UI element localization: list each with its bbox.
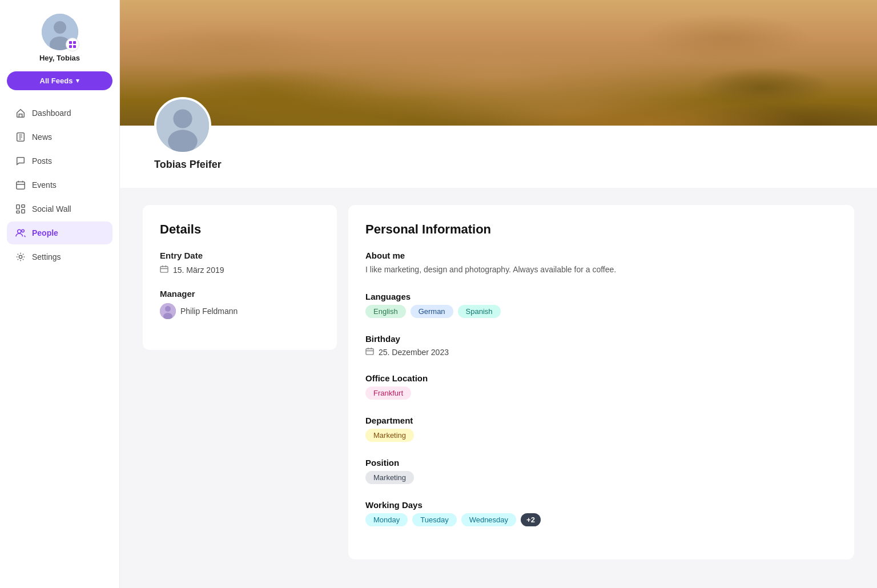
department-label: Department — [365, 416, 837, 425]
svg-point-15 — [19, 255, 22, 258]
all-feeds-button[interactable]: All Feeds ▾ — [7, 71, 112, 90]
nav-list: Dashboard News Posts — [7, 102, 112, 268]
entry-date-label: Entry Date — [160, 251, 320, 260]
svg-rect-9 — [17, 205, 19, 209]
profile-name: Tobias Pfeifer — [154, 159, 222, 171]
entry-date-group: Entry Date 15. März 2019 — [160, 251, 320, 275]
sidebar-item-social-wall-label: Social Wall — [32, 204, 71, 214]
gear-icon — [15, 251, 26, 263]
svg-rect-10 — [22, 205, 25, 208]
grid-badge-icon — [66, 38, 79, 51]
svg-point-17 — [173, 109, 192, 128]
department-group: Department Marketing — [365, 416, 837, 442]
position-tag-marketing: Marketing — [365, 471, 414, 484]
sidebar-item-settings[interactable]: Settings — [7, 245, 112, 268]
sidebar-item-news[interactable]: News — [7, 126, 112, 148]
calendar-icon — [15, 179, 26, 191]
birthday-calendar-icon — [365, 347, 374, 357]
personal-info-panel: Personal Information About me I like mar… — [348, 205, 854, 559]
personal-info-title: Personal Information — [365, 222, 837, 237]
details-section-title: Details — [160, 222, 320, 237]
svg-rect-5 — [69, 45, 72, 48]
svg-point-18 — [168, 130, 198, 152]
profile-avatar-large — [154, 97, 211, 154]
department-tag-marketing: Marketing — [365, 429, 414, 442]
office-location-group: Office Location Frankfurt — [365, 373, 837, 400]
working-day-monday: Monday — [365, 513, 408, 526]
details-panel: Details Entry Date 15. März 2019 Manager — [143, 205, 337, 350]
all-feeds-label: All Feeds — [40, 76, 73, 85]
entry-date-value: 15. März 2019 — [160, 265, 320, 275]
sidebar-item-posts-label: Posts — [32, 156, 52, 166]
working-days-more: +2 — [521, 513, 541, 526]
profile-section: Tobias Pfeifer — [120, 126, 877, 188]
birthday-date: 25. Dezember 2023 — [379, 348, 449, 357]
office-tag-frankfurt: Frankfurt — [365, 386, 411, 400]
sidebar-item-news-label: News — [32, 132, 52, 142]
sidebar-item-people[interactable]: People — [7, 221, 112, 244]
svg-rect-23 — [366, 349, 373, 355]
office-tags: Frankfurt — [365, 386, 837, 400]
svg-point-21 — [165, 306, 171, 312]
svg-rect-6 — [73, 45, 76, 48]
manager-group: Manager Philip Feldmann — [160, 289, 320, 319]
manager-label: Manager — [160, 289, 320, 299]
sidebar-avatar-wrap — [42, 14, 78, 50]
manager-name: Philip Feldmann — [180, 307, 238, 316]
department-tags: Marketing — [365, 429, 837, 442]
birthday-value: 25. Dezember 2023 — [365, 347, 837, 357]
main-content: Tobias Pfeifer Details Entry Date 15. Mä… — [120, 0, 877, 588]
content-area: Details Entry Date 15. März 2019 Manager — [120, 188, 877, 577]
language-tag-english: English — [365, 305, 406, 318]
banner-desert-image — [120, 0, 877, 126]
birthday-label: Birthday — [365, 334, 837, 344]
languages-tags: English German Spanish — [365, 305, 837, 318]
svg-rect-8 — [17, 182, 25, 190]
manager-value: Philip Feldmann — [160, 303, 320, 319]
profile-banner — [120, 0, 877, 126]
about-me-label: About me — [365, 251, 837, 260]
layout-icon — [15, 203, 26, 215]
office-location-label: Office Location — [365, 373, 837, 383]
about-me-text: I like marketing, design and photography… — [365, 264, 837, 276]
languages-label: Languages — [365, 292, 837, 301]
working-days-label: Working Days — [365, 500, 837, 510]
svg-rect-12 — [17, 211, 19, 214]
sidebar-item-settings-label: Settings — [32, 252, 61, 261]
language-tag-german: German — [411, 305, 453, 318]
svg-point-13 — [18, 229, 21, 233]
calendar-small-icon — [160, 265, 168, 275]
about-me-group: About me I like marketing, design and ph… — [365, 251, 837, 276]
svg-rect-4 — [73, 41, 76, 44]
working-day-wednesday: Wednesday — [461, 513, 516, 526]
chat-icon — [15, 155, 26, 167]
position-group: Position Marketing — [365, 458, 837, 484]
working-days-tags: Monday Tuesday Wednesday +2 — [365, 513, 837, 526]
sidebar-greeting: Hey, Tobias — [39, 54, 80, 62]
svg-point-14 — [22, 229, 25, 232]
svg-point-1 — [54, 21, 66, 34]
working-days-group: Working Days Monday Tuesday Wednesday +2 — [365, 500, 837, 526]
sidebar: Hey, Tobias All Feeds ▾ Dashboard News — [0, 0, 120, 588]
svg-rect-19 — [160, 267, 168, 272]
sidebar-item-people-label: People — [32, 228, 58, 237]
position-label: Position — [365, 458, 837, 468]
sidebar-item-dashboard[interactable]: Dashboard — [7, 102, 112, 124]
book-icon — [15, 131, 26, 143]
sidebar-item-dashboard-label: Dashboard — [32, 108, 71, 118]
sidebar-item-events[interactable]: Events — [7, 174, 112, 196]
sidebar-item-posts[interactable]: Posts — [7, 150, 112, 172]
working-day-tuesday: Tuesday — [412, 513, 456, 526]
sidebar-item-social-wall[interactable]: Social Wall — [7, 198, 112, 220]
users-icon — [15, 227, 26, 239]
language-tag-spanish: Spanish — [458, 305, 501, 318]
entry-date-text: 15. März 2019 — [173, 265, 224, 275]
svg-rect-11 — [22, 210, 25, 213]
home-icon — [15, 107, 26, 119]
position-tags: Marketing — [365, 471, 837, 484]
birthday-group: Birthday 25. Dezember 2023 — [365, 334, 837, 357]
languages-group: Languages English German Spanish — [365, 292, 837, 318]
svg-rect-3 — [69, 41, 72, 44]
sidebar-item-events-label: Events — [32, 180, 57, 190]
manager-avatar — [160, 303, 176, 319]
